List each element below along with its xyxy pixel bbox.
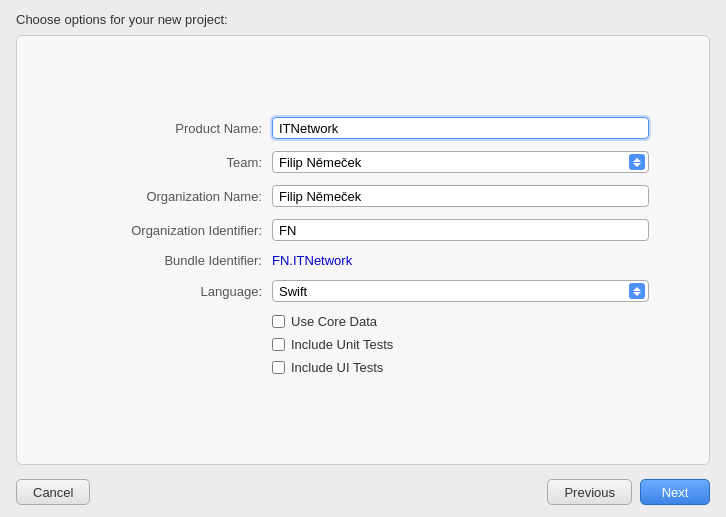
main-panel: Product Name: Team: Filip Němeček Organi… [16,35,710,465]
org-name-label: Organization Name: [77,189,272,204]
language-select[interactable]: Swift [272,280,649,302]
product-name-row: Product Name: [77,117,649,139]
include-ui-tests-label: Include UI Tests [291,360,383,375]
form-container: Product Name: Team: Filip Němeček Organi… [17,97,709,403]
team-row: Team: Filip Němeček [77,151,649,173]
org-name-row: Organization Name: [77,185,649,207]
include-unit-tests-row: Include Unit Tests [272,337,649,352]
include-unit-tests-checkbox[interactable] [272,338,285,351]
use-core-data-label: Use Core Data [291,314,377,329]
cancel-button[interactable]: Cancel [16,479,90,505]
team-label: Team: [77,155,272,170]
nav-button-group: Previous Next [547,479,710,505]
page-header: Choose options for your new project: [0,0,726,35]
include-ui-tests-row: Include UI Tests [272,360,649,375]
bundle-id-label: Bundle Identifier: [77,253,272,268]
language-row: Language: Swift [77,280,649,302]
previous-button[interactable]: Previous [547,479,632,505]
include-unit-tests-label: Include Unit Tests [291,337,393,352]
org-id-input[interactable] [272,219,649,241]
language-select-wrapper: Swift [272,280,649,302]
org-name-input[interactable] [272,185,649,207]
product-name-label: Product Name: [77,121,272,136]
use-core-data-checkbox[interactable] [272,315,285,328]
use-core-data-row: Use Core Data [272,314,649,329]
header-title: Choose options for your new project: [16,12,228,27]
next-button[interactable]: Next [640,479,710,505]
include-ui-tests-checkbox[interactable] [272,361,285,374]
bundle-id-value: FN.ITNetwork [272,253,352,268]
footer: Cancel Previous Next [0,469,726,515]
language-label: Language: [77,284,272,299]
product-name-input[interactable] [272,117,649,139]
org-id-row: Organization Identifier: [77,219,649,241]
team-select-wrapper: Filip Němeček [272,151,649,173]
org-id-label: Organization Identifier: [77,223,272,238]
team-select[interactable]: Filip Němeček [272,151,649,173]
bundle-id-row: Bundle Identifier: FN.ITNetwork [77,253,649,268]
